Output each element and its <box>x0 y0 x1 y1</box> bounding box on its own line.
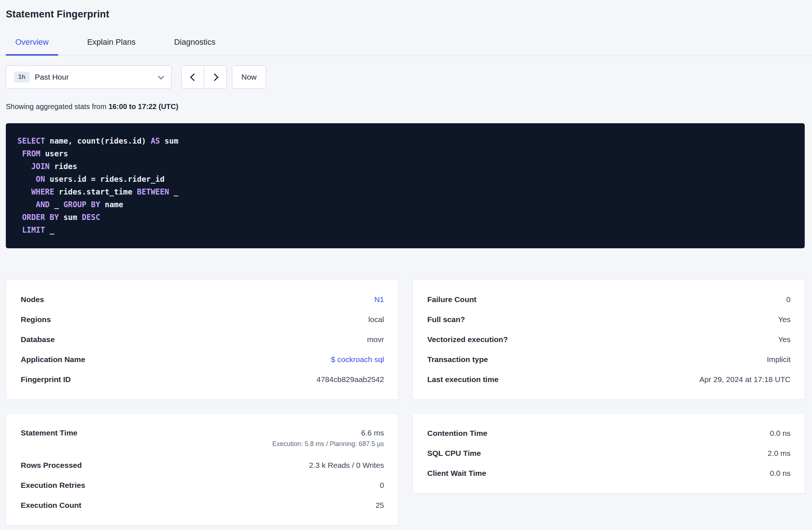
previous-interval-button[interactable] <box>181 65 204 89</box>
row-value: 4784cb829aab2542 <box>317 374 384 385</box>
row-value-wrap: 6.6 msExecution: 5.8 ms / Planning: 687.… <box>272 428 384 448</box>
summary-row: Execution Retries0 <box>21 475 384 495</box>
summary-row: Transaction typeImplicit <box>427 349 791 369</box>
row-label: Execution Count <box>21 500 81 510</box>
row-value-wrap: 4784cb829aab2542 <box>317 374 384 385</box>
summary-row: Vectorized execution?Yes <box>427 329 791 349</box>
execution-attributes-card: Failure Count0Full scan?YesVectorized ex… <box>413 280 805 400</box>
tab-diagnostics[interactable]: Diagnostics <box>165 37 225 56</box>
row-label: Transaction type <box>427 354 488 365</box>
row-value-wrap: N1 <box>374 294 384 305</box>
row-value-wrap: 2.3 k Reads / 0 Writes <box>309 460 384 470</box>
page-title: Statement Fingerprint <box>6 9 805 20</box>
row-label: Rows Processed <box>21 460 82 470</box>
time-toolbar: 1h Past Hour Now <box>6 65 805 89</box>
sql-line: LIMIT _ <box>17 224 793 237</box>
row-value: movr <box>367 334 384 345</box>
summary-row: Failure Count0 <box>427 289 791 309</box>
row-value-wrap: 0 <box>786 294 791 305</box>
row-value-wrap: Yes <box>778 314 791 325</box>
sql-line: SELECT name, count(rides.id) AS sum <box>17 135 793 148</box>
sql-line: FROM users <box>17 148 793 160</box>
summary-row: NodesN1 <box>21 289 384 309</box>
stats-caption: Showing aggregated stats from 16:00 to 1… <box>6 103 805 111</box>
row-label: Failure Count <box>427 294 477 305</box>
timing-stats-card: Statement Time6.6 msExecution: 5.8 ms / … <box>6 413 398 526</box>
next-interval-button[interactable] <box>204 65 227 89</box>
summary-row: Fingerprint ID4784cb829aab2542 <box>21 369 384 389</box>
application-name-link[interactable]: $ cockroach sql <box>331 354 384 365</box>
row-label: Vectorized execution? <box>427 334 508 345</box>
row-value-wrap: 0 <box>380 480 384 490</box>
summary-row: Last execution timeApr 29, 2024 at 17:18… <box>427 369 791 389</box>
tab-explain-plans[interactable]: Explain Plans <box>78 37 145 56</box>
chevron-right-icon <box>210 73 218 81</box>
summary-cards: NodesN1RegionslocalDatabasemovrApplicati… <box>6 280 805 526</box>
row-subvalue: Execution: 5.8 ms / Planning: 687.5 µs <box>272 439 384 448</box>
row-value: Implicit <box>767 354 791 365</box>
row-value-wrap: 25 <box>375 500 384 510</box>
row-value-wrap: Apr 29, 2024 at 17:18 UTC <box>699 374 791 385</box>
summary-row: Execution Count25 <box>21 495 384 515</box>
row-label: Fingerprint ID <box>21 374 71 385</box>
row-value: local <box>368 314 384 325</box>
statement-fingerprint-page: Statement Fingerprint OverviewExplain Pl… <box>0 0 812 526</box>
chevron-down-icon <box>158 73 164 79</box>
chevron-left-icon <box>190 73 197 81</box>
row-value: 6.6 ms <box>361 428 384 438</box>
row-value-wrap: Implicit <box>767 354 791 365</box>
sql-line: ORDER BY sum DESC <box>17 211 793 224</box>
summary-row: SQL CPU Time2.0 ms <box>427 443 791 463</box>
time-interval-badge: 1h <box>14 72 29 83</box>
time-pager <box>181 65 227 89</box>
caption-range: 16:00 to 17:22 (UTC) <box>108 103 178 111</box>
row-value-wrap: 0.0 ns <box>770 428 791 438</box>
row-value: 2.3 k Reads / 0 Writes <box>309 460 384 470</box>
summary-row: Databasemovr <box>21 329 384 349</box>
row-label: Statement Time <box>21 428 77 438</box>
row-value-wrap: movr <box>367 334 384 345</box>
nodes-link[interactable]: N1 <box>374 294 384 305</box>
summary-row: Contention Time0.0 ns <box>427 423 791 443</box>
summary-row: Full scan?Yes <box>427 309 791 329</box>
summary-row: Client Wait Time0.0 ns <box>427 463 791 483</box>
summary-row: Rows Processed2.3 k Reads / 0 Writes <box>21 455 384 475</box>
row-value-wrap: 0.0 ns <box>770 468 791 478</box>
sql-statement-box: SELECT name, count(rides.id) AS sum FROM… <box>6 123 805 248</box>
row-value-wrap: 2.0 ms <box>768 448 791 458</box>
time-range-dropdown[interactable]: 1h Past Hour <box>6 65 172 89</box>
tab-bar: OverviewExplain PlansDiagnostics <box>0 37 812 56</box>
sql-line: JOIN rides <box>17 160 793 173</box>
wait-time-stats-card: Contention Time0.0 nsSQL CPU Time2.0 msC… <box>413 413 805 494</box>
row-value: 0 <box>380 480 384 490</box>
row-label: Database <box>21 334 55 345</box>
row-label: Contention Time <box>427 428 487 438</box>
row-value: Yes <box>778 334 791 345</box>
now-button[interactable]: Now <box>232 65 266 89</box>
sql-line: WHERE rides.start_time BETWEEN _ <box>17 186 793 198</box>
row-label: Last execution time <box>427 374 499 385</box>
row-value: 0.0 ns <box>770 428 791 438</box>
summary-row: Statement Time6.6 msExecution: 5.8 ms / … <box>21 423 384 455</box>
row-label: Regions <box>21 314 51 325</box>
row-value: 2.0 ms <box>768 448 791 458</box>
tab-overview[interactable]: Overview <box>6 37 58 56</box>
row-label: SQL CPU Time <box>427 448 481 458</box>
row-label: Full scan? <box>427 314 465 325</box>
row-label: Application Name <box>21 354 85 365</box>
row-value-wrap: Yes <box>778 334 791 345</box>
row-label: Execution Retries <box>21 480 85 490</box>
row-value: 0 <box>786 294 791 305</box>
row-label: Client Wait Time <box>427 468 486 478</box>
caption-prefix: Showing aggregated stats from <box>6 103 108 111</box>
row-label: Nodes <box>21 294 44 305</box>
summary-row: Regionslocal <box>21 309 384 329</box>
summary-row: Application Name$ cockroach sql <box>21 349 384 369</box>
row-value-wrap: $ cockroach sql <box>331 354 384 365</box>
row-value-wrap: local <box>368 314 384 325</box>
sql-line: AND _ GROUP BY name <box>17 198 793 211</box>
time-range-label: Past Hour <box>35 73 159 81</box>
row-value: Yes <box>778 314 791 325</box>
row-value: 25 <box>375 500 384 510</box>
row-value: Apr 29, 2024 at 17:18 UTC <box>699 374 791 385</box>
